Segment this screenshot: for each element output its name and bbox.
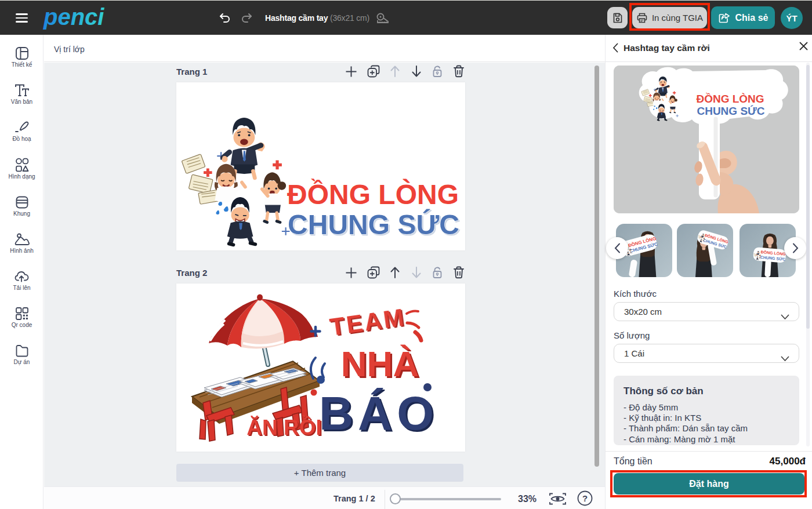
svg-text:BÁO: BÁO bbox=[319, 387, 438, 439]
svg-text:TEAM: TEAM bbox=[328, 303, 407, 341]
svg-text:ĂN RỒI: ĂN RỒI bbox=[246, 415, 322, 439]
svg-text:ĐỒNG LÒNG: ĐỒNG LÒNG bbox=[696, 93, 764, 105]
svg-text:?: ? bbox=[582, 493, 588, 503]
svg-text:ĐỒNG LÒNG: ĐỒNG LÒNG bbox=[287, 179, 459, 210]
svg-text:NHÀ: NHÀ bbox=[341, 344, 419, 384]
svg-text:CHUNG SỨC: CHUNG SỨC bbox=[288, 209, 459, 240]
svg-text:CHUNG SỨC: CHUNG SỨC bbox=[697, 105, 764, 117]
svg-text:penci: penci bbox=[43, 4, 104, 30]
